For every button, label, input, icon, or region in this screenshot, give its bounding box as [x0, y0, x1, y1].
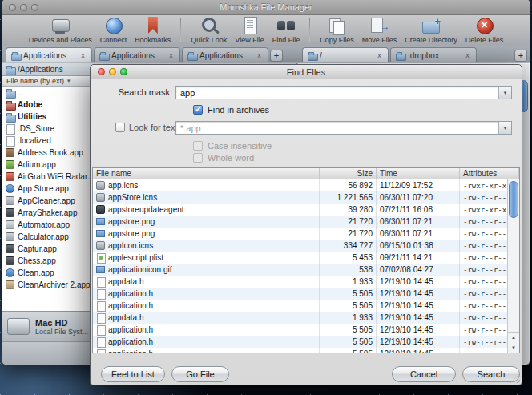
toolbar-button-create-directory[interactable]: Create Directory: [401, 16, 461, 45]
result-row[interactable]: appdata.h1 93312/19/10 14:45-rw-r--r--: [93, 312, 507, 324]
column-header-size[interactable]: Size: [320, 168, 377, 179]
column-header-attributes[interactable]: Attributes: [460, 168, 519, 179]
feel-to-list-button[interactable]: Feel to List: [101, 366, 165, 382]
result-cell-name: appstore.png: [93, 228, 320, 240]
result-cell-attributes: -rw-r--r--: [460, 228, 507, 240]
tab-left-applications-1[interactable]: Applicationsx: [94, 47, 180, 62]
folder-icon: [99, 52, 108, 59]
folder-red-icon: [6, 100, 14, 109]
result-cell-name: appStore.icns: [93, 191, 320, 204]
zoom-dialog-icon[interactable]: [120, 68, 127, 75]
result-row[interactable]: app.icns56 89211/12/09 17:52-rwxr-xr-x: [93, 179, 507, 191]
tab-right--0[interactable]: /x: [302, 47, 389, 62]
toolbar-button-label: Copy Files: [320, 36, 354, 44]
result-cell-size: 5 505: [320, 288, 377, 300]
scroll-up-icon[interactable]: ▲: [508, 333, 519, 343]
connect-icon: [103, 17, 124, 35]
scrollbar-thumb[interactable]: [509, 181, 518, 218]
close-tab-icon[interactable]: x: [464, 51, 471, 59]
new-tab-button[interactable]: +: [514, 50, 527, 62]
go-file-button[interactable]: Go File: [171, 366, 229, 382]
tab-right-dropbox-1[interactable]: .dropboxx: [390, 47, 477, 62]
tab-left-applications-2[interactable]: Applicationsx: [182, 47, 268, 62]
toolbar-button-label: Move Files: [362, 36, 397, 44]
result-row[interactable]: application.h5 50512/19/10 14:45-rw-r--r…: [93, 300, 507, 312]
file-name: Clean.app: [18, 268, 54, 277]
toolbar-button-connect[interactable]: Connect: [97, 16, 131, 45]
look-for-text-value[interactable]: *.app: [176, 123, 498, 133]
app-brown-icon: [6, 148, 14, 157]
scroll-down-icon[interactable]: ▼: [508, 343, 519, 353]
tab-left-applications-0[interactable]: Applicationsx: [6, 47, 92, 62]
close-tab-icon[interactable]: x: [256, 51, 263, 59]
results-table-header[interactable]: File name Size Time Attributes: [93, 168, 519, 179]
chevron-down-icon[interactable]: ▾: [498, 87, 511, 99]
result-row[interactable]: appIcon.icns334 72706/15/10 01:38-rw-r--…: [93, 240, 507, 252]
new-tab-button[interactable]: +: [270, 50, 283, 62]
minimize-dialog-icon[interactable]: [109, 68, 116, 75]
window-titlebar[interactable]: Moroshka File Manager: [2, 0, 530, 15]
toolbar: Devices and PlacesConnectBookmarksQuick …: [2, 15, 530, 46]
toolbar-button-bookmarks[interactable]: Bookmarks: [131, 16, 174, 45]
minimize-window-icon[interactable]: [20, 4, 27, 11]
cancel-button[interactable]: Cancel: [392, 366, 456, 382]
column-header-time[interactable]: Time: [377, 168, 460, 179]
chevron-down-icon[interactable]: ▾: [498, 122, 511, 134]
case-insensitive-checkbox[interactable]: [193, 141, 203, 151]
toolbar-button-view-file[interactable]: View File: [232, 16, 267, 45]
result-row[interactable]: application.h5 50512/19/10 14:45-rw-r--r…: [93, 348, 507, 353]
search-button[interactable]: Search: [462, 366, 520, 382]
close-tab-icon[interactable]: x: [376, 51, 383, 59]
toolbar-button-devices-and-places[interactable]: Devices and Places: [26, 16, 95, 45]
result-cell-size: 5 505: [320, 300, 377, 312]
folder-icon: [187, 52, 196, 59]
result-row[interactable]: appstoreupdateagent39 28007/21/11 16:08-…: [93, 204, 507, 216]
result-row[interactable]: application.h5 50512/19/10 14:45-rw-r--r…: [93, 336, 507, 348]
result-row[interactable]: applicationicon.gif53807/02/08 04:27-rw-…: [93, 264, 507, 276]
result-cell-name: application.h: [93, 324, 320, 336]
result-cell-size: 5 505: [320, 336, 377, 348]
search-mask-value[interactable]: app: [176, 88, 498, 98]
current-path: /Applications: [18, 65, 63, 74]
search-mask-combobox[interactable]: app ▾: [175, 86, 512, 99]
close-tab-icon[interactable]: x: [167, 51, 175, 59]
close-dialog-icon[interactable]: [98, 68, 105, 75]
result-row[interactable]: appstore.png21 72006/30/11 07:21-rw-r--r…: [93, 228, 507, 240]
result-row[interactable]: appdata.h1 93312/19/10 14:45-rw-r--r--: [93, 276, 507, 288]
whole-word-checkbox[interactable]: [193, 153, 203, 163]
close-window-icon[interactable]: [9, 4, 16, 11]
toolbar-button-label: Devices and Places: [29, 36, 92, 44]
sort-header-label: File name (by ext): [6, 77, 64, 85]
image-icon: [96, 229, 105, 238]
result-row[interactable]: applescript.plist5 45309/21/11 14:21-rw-…: [93, 252, 507, 264]
view-file-icon: [240, 17, 260, 35]
desktop: Moroshka File Manager Devices and Places…: [0, 0, 532, 395]
look-for-text-combobox[interactable]: *.app ▾: [175, 121, 512, 135]
result-cell-name: applescript.plist: [93, 252, 320, 264]
result-cell-size: 5 453: [320, 252, 377, 264]
result-row[interactable]: application.h5 50512/19/10 14:45-rw-r--r…: [93, 324, 507, 336]
zoom-window-icon[interactable]: [31, 4, 38, 11]
column-header-file-name[interactable]: File name: [93, 168, 320, 179]
find-in-archives-checkbox[interactable]: [193, 105, 203, 115]
doc-icon: [96, 289, 105, 298]
dialog-titlebar[interactable]: Find FIles: [91, 65, 522, 79]
close-tab-icon[interactable]: x: [79, 51, 87, 59]
result-cell-time: 12/19/10 14:45: [377, 276, 460, 288]
doc-icon: [96, 349, 105, 353]
case-insensitive-label: Case insensitive: [208, 141, 272, 151]
toolbar-button-quick-look[interactable]: Quick Look: [187, 16, 230, 45]
result-cell-attributes: -rw-r--r--: [460, 264, 507, 276]
look-for-text-checkbox[interactable]: [115, 123, 125, 132]
file-name: .DS_Store: [18, 124, 54, 133]
result-row[interactable]: appStore.icns1 221 56506/30/11 07:20-rw-…: [93, 191, 507, 204]
results-scrollbar[interactable]: ▲ ▼: [507, 179, 519, 353]
toolbar-button-move-files[interactable]: Move Files: [359, 16, 401, 45]
toolbar-button-find-file[interactable]: Find File: [269, 16, 304, 45]
toolbar-button-delete-files[interactable]: Delete Files: [462, 16, 507, 45]
result-row[interactable]: application.h5 50512/19/10 14:45-rw-r--r…: [93, 288, 507, 300]
toolbar-button-copy-files[interactable]: Copy Files: [316, 16, 357, 45]
toolbar-button-label: View File: [235, 36, 264, 44]
result-row[interactable]: appstore.png21 72006/30/11 07:21-rw-r--r…: [93, 216, 507, 228]
file-name: Address Book.app: [18, 148, 83, 157]
